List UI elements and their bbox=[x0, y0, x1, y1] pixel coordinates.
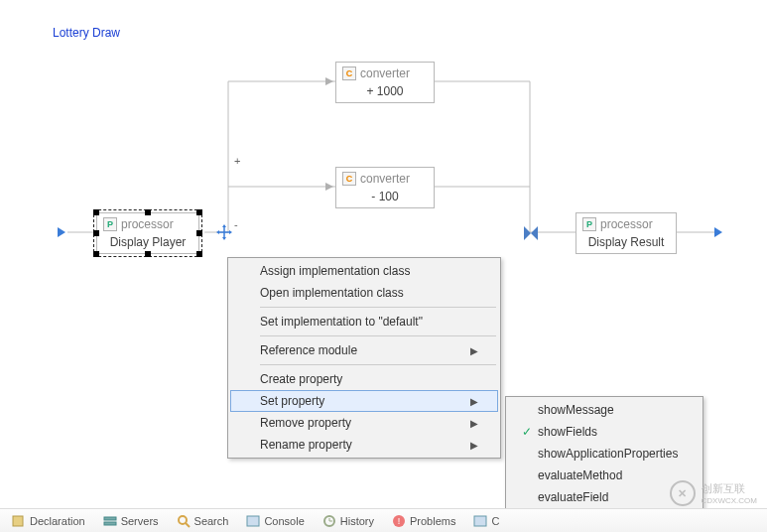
tab-history[interactable]: History bbox=[319, 512, 378, 530]
svg-rect-22 bbox=[104, 517, 116, 520]
console-icon bbox=[473, 514, 487, 528]
node-type-label: processor bbox=[600, 217, 653, 231]
node-text: - 100 bbox=[342, 190, 428, 203]
tab-search[interactable]: Search bbox=[173, 512, 233, 530]
merge-connector-icon bbox=[524, 226, 538, 243]
declaration-icon bbox=[12, 514, 26, 528]
watermark-text-1: 创新互联 bbox=[702, 481, 757, 496]
problems-icon: ! bbox=[392, 514, 406, 528]
servers-icon bbox=[103, 514, 117, 528]
watermark: ✕ 创新互联 CDXWCX.COM bbox=[670, 480, 757, 506]
bottom-views-bar: Declaration Servers Search Console Histo… bbox=[0, 508, 767, 532]
tab-servers[interactable]: Servers bbox=[99, 512, 163, 530]
submenu-show-message[interactable]: showMessage bbox=[508, 399, 701, 421]
svg-marker-20 bbox=[531, 226, 538, 240]
tab-declaration[interactable]: Declaration bbox=[8, 512, 89, 530]
watermark-logo-icon: ✕ bbox=[670, 480, 696, 506]
console-icon bbox=[246, 514, 260, 528]
svg-marker-12 bbox=[325, 183, 333, 191]
node-text: Display Result bbox=[582, 235, 670, 249]
menu-separator bbox=[260, 364, 496, 365]
menu-reference-module[interactable]: Reference module▶ bbox=[230, 339, 498, 361]
submenu-arrow-icon: ▶ bbox=[470, 440, 478, 451]
svg-text:!: ! bbox=[398, 516, 401, 526]
submenu-arrow-icon: ▶ bbox=[470, 345, 478, 356]
menu-open-impl-class[interactable]: Open implementation class bbox=[230, 282, 498, 304]
tab-problems[interactable]: ! Problems bbox=[388, 512, 459, 530]
menu-create-property[interactable]: Create property bbox=[230, 368, 498, 390]
svg-rect-26 bbox=[247, 516, 259, 526]
branch-plus-label: + bbox=[234, 155, 240, 167]
node-text: + 1000 bbox=[342, 84, 428, 98]
svg-rect-21 bbox=[13, 516, 23, 526]
menu-separator bbox=[260, 335, 496, 336]
node-type-label: converter bbox=[360, 172, 410, 186]
diagram-title: Lottery Draw bbox=[53, 26, 120, 40]
svg-marker-19 bbox=[524, 226, 531, 240]
svg-rect-23 bbox=[104, 522, 116, 525]
submenu-show-fields[interactable]: ✓showFields bbox=[508, 421, 701, 443]
menu-rename-property[interactable]: Rename property▶ bbox=[230, 434, 498, 456]
svg-line-25 bbox=[186, 523, 190, 527]
history-icon bbox=[322, 514, 336, 528]
processor-display-result[interactable]: P processor Display Result bbox=[575, 212, 677, 254]
processor-display-player[interactable]: P processor Display Player bbox=[96, 212, 199, 254]
branch-minus-label: - bbox=[234, 218, 238, 230]
node-type-label: converter bbox=[360, 66, 410, 80]
node-type-label: processor bbox=[121, 217, 174, 231]
submenu-show-app-props[interactable]: showApplicationProperties bbox=[508, 443, 701, 465]
converter-minus-100[interactable]: C converter - 100 bbox=[335, 167, 435, 208]
processor-icon: P bbox=[103, 217, 117, 231]
check-icon: ✓ bbox=[516, 425, 538, 439]
tab-truncated[interactable]: C bbox=[469, 512, 503, 530]
menu-remove-property[interactable]: Remove property▶ bbox=[230, 412, 498, 434]
svg-point-24 bbox=[179, 516, 187, 524]
tab-console[interactable]: Console bbox=[242, 512, 308, 530]
submenu-arrow-icon: ▶ bbox=[470, 396, 478, 407]
search-icon bbox=[177, 514, 191, 528]
watermark-text-2: CDXWCX.COM bbox=[702, 496, 757, 505]
menu-set-property[interactable]: Set property▶ bbox=[230, 390, 498, 412]
converter-plus-1000[interactable]: C converter + 1000 bbox=[335, 62, 435, 103]
processor-icon: P bbox=[582, 217, 596, 231]
menu-assign-impl-class[interactable]: Assign implementation class bbox=[230, 260, 498, 282]
output-port-icon[interactable] bbox=[714, 227, 722, 237]
svg-marker-11 bbox=[325, 77, 333, 85]
menu-set-impl-default[interactable]: Set implementation to "default" bbox=[230, 311, 498, 332]
node-text: Display Player bbox=[103, 235, 192, 249]
converter-icon: C bbox=[342, 66, 356, 80]
converter-icon: C bbox=[342, 172, 356, 186]
move-cursor-icon bbox=[216, 224, 232, 240]
input-port-icon[interactable] bbox=[58, 227, 65, 237]
svg-rect-32 bbox=[474, 516, 486, 526]
context-menu: Assign implementation class Open impleme… bbox=[227, 257, 501, 459]
submenu-arrow-icon: ▶ bbox=[470, 418, 478, 429]
menu-separator bbox=[260, 307, 496, 308]
